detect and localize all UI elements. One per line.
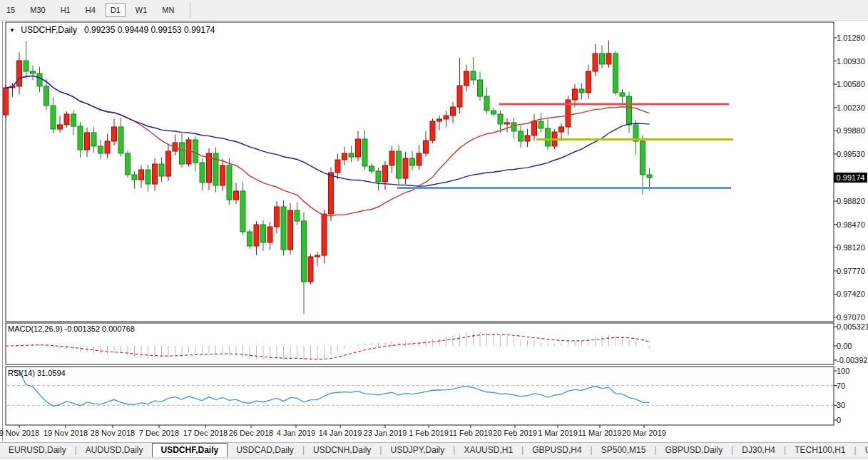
price-axis-label: 1.01280 <box>837 34 867 42</box>
chart-tab-usdcnh-daily[interactable]: USDCNH,Daily <box>305 444 379 457</box>
rsi-axis-label: 70 <box>837 382 867 390</box>
price-axis-label: 0.98820 <box>837 197 867 205</box>
macd-axis-label: -0.003922 <box>837 356 867 364</box>
rsi-axis-label: 30 <box>837 401 867 409</box>
date-axis-label: 26 Dec 2018 <box>229 429 273 437</box>
date-axis-label: 17 Dec 2018 <box>183 429 228 437</box>
macd-axis-label: 0.005321 <box>837 322 867 331</box>
macd-indicator-label: MACD(12,26,9) -0.001352 0.000768 <box>8 324 135 333</box>
date-axis-label: 4 Jan 2019 <box>277 429 315 437</box>
rsi-indicator-label: RSI(14) 31.0594 <box>8 369 66 377</box>
date-axis-label: 11 Feb 2019 <box>449 429 493 437</box>
price-axis-label: 0.99530 <box>837 150 867 158</box>
chart-tab-ui[interactable]: UI <box>857 444 868 457</box>
price-axis-label: 1.00580 <box>837 80 867 88</box>
price-axis-label: 0.98470 <box>837 220 867 229</box>
candles-layer <box>4 41 653 315</box>
chart-canvas <box>0 0 868 460</box>
date-axis-label: 20 Mar 2019 <box>622 429 666 437</box>
ma-slow-line <box>6 76 650 186</box>
price-axis-label: 1.00930 <box>837 57 867 66</box>
date-axis-label: 1 Feb 2019 <box>409 429 449 437</box>
rsi-line <box>13 371 650 406</box>
chart-tab-gbpusd-h4[interactable]: GBPUSD,H4 <box>524 444 590 457</box>
date-axis-label: 9 Nov 2018 <box>0 429 39 437</box>
chart-tab-usdjpy-daily[interactable]: USDJPY,Daily <box>382 444 453 457</box>
chart-tab-usdcad-daily[interactable]: USDCAD,Daily <box>228 444 302 457</box>
date-axis-label: 28 Nov 2018 <box>91 429 135 437</box>
price-axis-label: 0.97070 <box>837 313 867 322</box>
macd-histogram <box>6 332 650 361</box>
price-axis-label: 0.99880 <box>837 126 867 135</box>
price-axis-label: 0.97420 <box>837 290 867 298</box>
chart-tab-gbpusd-daily[interactable]: GBPUSD,Daily <box>657 444 732 457</box>
price-axis-label: 1.00230 <box>837 103 867 112</box>
chart-ohlc-values: 0.99235 0.99449 0.99153 0.99174 <box>84 25 215 35</box>
statusbar-strip <box>0 457 868 460</box>
date-axis-label: 1 Mar 2019 <box>538 429 578 437</box>
rsi-panel-border <box>6 367 834 425</box>
chart-tabs-bar: EURUSD,Daily|AUDUSD,DailyUSDCHF,DailyUSD… <box>0 442 868 457</box>
chart-tab-audusd-daily[interactable]: AUDUSD,Daily <box>77 444 152 457</box>
rsi-axis-label: 0 <box>837 416 867 424</box>
chart-tab-tech100-h1[interactable]: TECH100,H1 <box>786 444 854 457</box>
chart-tab-xauusd-h1[interactable]: XAUUSD,H1 <box>455 444 521 457</box>
chart-tab-sp500-m15[interactable]: SP500,M15 <box>593 444 655 457</box>
date-axis-label: 11 Mar 2019 <box>578 429 622 437</box>
date-axis-label: 23 Jan 2019 <box>364 429 407 437</box>
chart-tab-eurusd-daily[interactable]: EURUSD,Daily <box>0 444 75 457</box>
chart-symbol-label: USDCHF,Daily <box>21 25 77 35</box>
chart-title: ▼ USDCHF,Daily 0.99235 0.99449 0.99153 0… <box>9 25 215 35</box>
chart-tab-dj30-h4[interactable]: DJ30,H4 <box>733 444 784 457</box>
date-axis-label: 7 Dec 2018 <box>139 429 179 437</box>
price-axis-label: 0.98120 <box>837 243 867 252</box>
macd-signal-line <box>6 334 650 359</box>
price-axis-label: 0.97770 <box>837 267 867 275</box>
date-axis-label: 20 Feb 2019 <box>493 429 537 437</box>
date-axis-label: 19 Nov 2018 <box>44 429 88 437</box>
date-axis-label: 14 Jan 2019 <box>319 429 362 437</box>
macd-axis-label: 0.00 <box>837 342 867 350</box>
current-price-tag: 0.99174 <box>834 173 867 183</box>
chevron-down-icon[interactable]: ▼ <box>9 27 15 34</box>
mt4-platform-window: 15M30H1H4D1W1MN ▼ USDCHF,Daily 0.99235 0… <box>0 0 868 460</box>
chart-tab-usdchf-daily[interactable]: USDCHF,Daily <box>152 443 228 457</box>
rsi-axis-label: 100 <box>837 367 867 375</box>
